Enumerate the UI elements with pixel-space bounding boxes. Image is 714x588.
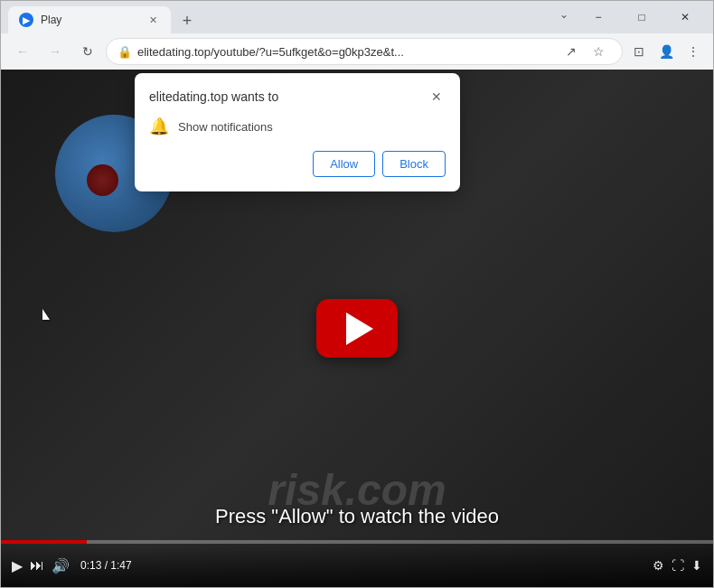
minimize-button[interactable]: − <box>578 4 619 31</box>
fullscreen-button[interactable]: ⛶ <box>672 558 684 573</box>
address-actions: ↗ ☆ <box>559 39 611 64</box>
tab-area: ▶ Play ✕ + <box>8 1 578 33</box>
progress-bar-fill <box>1 540 87 544</box>
page-content: risk.com Press "Allow" to watch the vide… <box>1 70 713 587</box>
browser-window: ▶ Play ✕ + ⌄ − □ ✕ ← → ↻ 🔒 elitedating.t… <box>0 0 714 588</box>
tab-close-button[interactable]: ✕ <box>146 13 160 27</box>
new-tab-button[interactable]: + <box>174 8 200 33</box>
next-button[interactable]: ⏭ <box>30 557 44 574</box>
video-play-button[interactable] <box>316 299 398 358</box>
window-controls: − □ ✕ <box>578 4 706 31</box>
menu-button[interactable]: ⋮ <box>681 39 706 64</box>
address-bar-input[interactable]: 🔒 elitedating.top/youtube/?u=5ufkget&o=g… <box>106 38 623 65</box>
settings-button[interactable]: ⚙ <box>653 558 664 573</box>
play-triangle-icon <box>346 313 373 345</box>
tab-title: Play <box>41 14 138 26</box>
play-pause-button[interactable]: ▶ <box>12 557 23 574</box>
lock-icon: 🔒 <box>117 45 132 59</box>
time-display: 0:13 / 1:47 <box>80 559 132 572</box>
refresh-button[interactable]: ↻ <box>73 37 102 66</box>
title-bar: ▶ Play ✕ + ⌄ − □ ✕ <box>1 1 713 33</box>
permission-text: Show notifications <box>178 120 273 134</box>
address-bar: ← → ↻ 🔒 elitedating.top/youtube/?u=5ufkg… <box>1 33 713 70</box>
popup-permission-row: 🔔 Show notifications <box>149 117 446 136</box>
popup-buttons: Allow Block <box>149 151 446 177</box>
popup-header: elitedating.top wants to ✕ <box>149 88 446 106</box>
url-display: elitedating.top/youtube/?u=5ufkget&o=g0k… <box>137 45 553 59</box>
back-button[interactable]: ← <box>8 37 37 66</box>
controls-row: ▶ ⏭ 🔊 0:13 / 1:47 ⚙ ⛶ ⬇ <box>1 544 713 587</box>
press-allow-text: Press "Allow" to watch the video <box>215 505 499 528</box>
mouse-cursor <box>42 309 50 320</box>
share-button[interactable]: ↗ <box>559 39 584 64</box>
tab-favicon: ▶ <box>19 13 33 27</box>
progress-bar[interactable] <box>1 540 713 544</box>
toolbar-right: ⊡ 👤 ⋮ <box>626 39 706 64</box>
maximize-button[interactable]: □ <box>621 4 662 31</box>
notification-popup: elitedating.top wants to ✕ 🔔 Show notifi… <box>135 73 460 191</box>
video-controls: ▶ ⏭ 🔊 0:13 / 1:47 ⚙ ⛶ ⬇ <box>1 540 713 587</box>
block-button[interactable]: Block <box>382 151 446 177</box>
close-button[interactable]: ✕ <box>664 4 706 31</box>
popup-title: elitedating.top wants to <box>149 89 278 104</box>
allow-button[interactable]: Allow <box>313 151 375 177</box>
bookmark-button[interactable]: ☆ <box>586 39 611 64</box>
video-background: risk.com Press "Allow" to watch the vide… <box>1 70 713 587</box>
bell-icon: 🔔 <box>149 117 169 136</box>
download-button[interactable]: ⬇ <box>691 558 702 573</box>
active-tab[interactable]: ▶ Play ✕ <box>8 6 171 33</box>
popup-close-button[interactable]: ✕ <box>427 88 446 106</box>
tab-dropdown-arrow[interactable]: ⌄ <box>559 8 568 21</box>
volume-button[interactable]: 🔊 <box>52 557 70 574</box>
profile-button[interactable]: 👤 <box>653 39 679 64</box>
forward-button[interactable]: → <box>41 37 70 66</box>
split-view-button[interactable]: ⊡ <box>626 39 652 64</box>
